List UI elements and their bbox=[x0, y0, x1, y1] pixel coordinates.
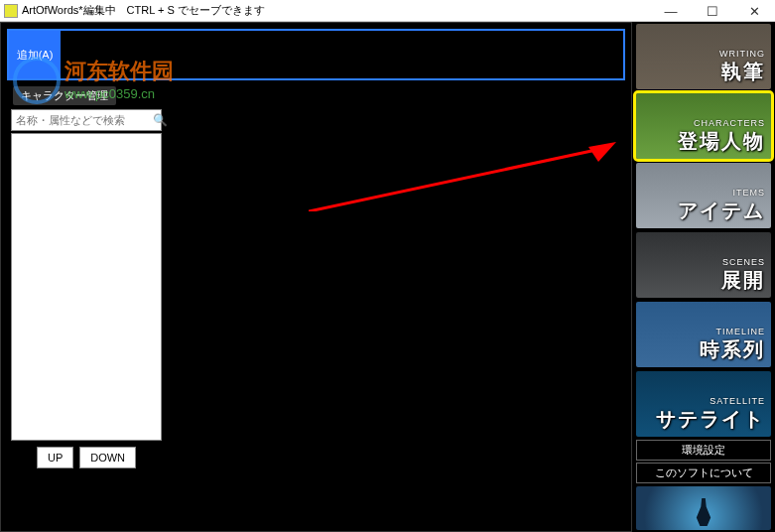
window-controls: — ☐ ✕ bbox=[650, 0, 775, 22]
tab-timeline[interactable]: TIMELINE 時系列 bbox=[636, 302, 771, 367]
close-button[interactable]: ✕ bbox=[733, 0, 775, 22]
top-row: 追加(A) bbox=[7, 29, 625, 80]
tab-characters[interactable]: CHARACTERS 登場人物 bbox=[636, 93, 771, 159]
footer-image bbox=[636, 486, 771, 530]
app-icon bbox=[4, 4, 18, 18]
minimize-button[interactable]: — bbox=[650, 0, 692, 22]
down-button[interactable]: DOWN bbox=[79, 447, 136, 468]
left-panel: 🔍 UP DOWN bbox=[11, 109, 162, 468]
search-icon[interactable]: 🔍 bbox=[153, 113, 168, 127]
right-rail: WRITING 執筆 CHARACTERS 登場人物 ITEMS アイテム SC… bbox=[632, 22, 775, 532]
reorder-controls: UP DOWN bbox=[11, 447, 162, 468]
tab-jp-label: 展開 bbox=[721, 267, 765, 294]
svg-marker-1 bbox=[588, 142, 616, 162]
window-title: ArtOfWords*編集中 CTRL + S でセーブできます bbox=[22, 3, 265, 18]
tab-en-label: SATELLITE bbox=[710, 396, 765, 406]
tab-jp-label: 時系列 bbox=[700, 336, 765, 363]
tab-satellite[interactable]: SATELLITE サテライト bbox=[636, 371, 771, 437]
silhouette-icon bbox=[695, 498, 712, 526]
tab-items[interactable]: ITEMS アイテム bbox=[636, 163, 771, 228]
character-list[interactable] bbox=[11, 133, 162, 441]
search-input[interactable] bbox=[16, 114, 153, 126]
section-label: キャラクター管理 bbox=[13, 86, 116, 105]
tab-jp-label: 執筆 bbox=[721, 59, 765, 85]
tab-jp-label: アイテム bbox=[678, 198, 765, 224]
tab-en-label: SCENES bbox=[722, 257, 765, 267]
link-about[interactable]: このソフトについて bbox=[636, 463, 771, 483]
maximize-button[interactable]: ☐ bbox=[692, 0, 733, 22]
up-button[interactable]: UP bbox=[37, 447, 73, 468]
tab-jp-label: サテライト bbox=[656, 406, 765, 433]
tab-en-label: CHARACTERS bbox=[694, 118, 765, 128]
tab-jp-label: 登場人物 bbox=[678, 128, 765, 155]
main-panel: 河东软件园 www.pc0359.cn 追加(A) キャラクター管理 🔍 UP … bbox=[0, 22, 632, 532]
tab-scenes[interactable]: SCENES 展開 bbox=[636, 232, 771, 298]
add-button[interactable]: 追加(A) bbox=[9, 31, 61, 78]
tab-writing[interactable]: WRITING 執筆 bbox=[636, 24, 771, 89]
link-env-settings[interactable]: 環境設定 bbox=[636, 440, 771, 461]
tab-en-label: TIMELINE bbox=[715, 327, 765, 336]
title-bar: ArtOfWords*編集中 CTRL + S でセーブできます — ☐ ✕ bbox=[0, 0, 775, 22]
tab-en-label: ITEMS bbox=[732, 188, 765, 198]
tab-en-label: WRITING bbox=[719, 49, 765, 59]
svg-line-0 bbox=[309, 150, 596, 211]
app-body: 河东软件园 www.pc0359.cn 追加(A) キャラクター管理 🔍 UP … bbox=[0, 22, 775, 532]
annotation-arrow-icon bbox=[309, 142, 616, 211]
search-box[interactable]: 🔍 bbox=[11, 109, 162, 131]
